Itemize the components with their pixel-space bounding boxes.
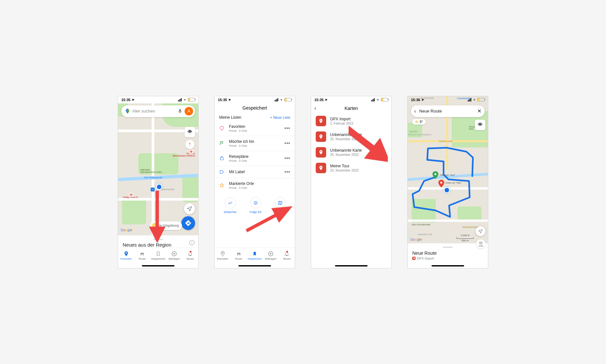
bottom-sheet[interactable]: Neues aus der Region i <box>118 235 198 248</box>
map-view[interactable]: VivantesWenckebach-Klinikum ufaFabrik -I… <box>118 103 198 235</box>
hospital-icon <box>129 192 134 197</box>
ambient-chip[interactable]: te Umgebung <box>150 221 182 230</box>
bookmark-icon <box>252 251 257 257</box>
sun-icon <box>152 223 158 229</box>
poi-label: FitX Fitnessstudio <box>144 176 162 179</box>
location-icon: ➤ <box>228 98 231 101</box>
follow-icon <box>253 200 258 205</box>
home-indicator <box>311 264 391 268</box>
nav-gespeichert[interactable]: Gespeichert <box>247 248 263 264</box>
route-header: ‹ Neue Route ✕ <box>411 105 485 117</box>
search-bar[interactable]: Hier suchen A <box>121 105 195 117</box>
wifi-icon <box>183 98 187 101</box>
list-item-moechte-ich-hin[interactable]: Möchte ich hinPrivat · 0 Orte ••• <box>215 136 295 151</box>
battery-icon <box>188 98 195 101</box>
nav-beitragen[interactable]: Beitragen <box>166 248 182 264</box>
live-button[interactable]: LIVE <box>476 239 485 249</box>
account-avatar[interactable]: A <box>185 107 193 115</box>
nav-neues[interactable]: Neues <box>279 248 295 264</box>
home-indicator <box>408 264 488 268</box>
more-icon[interactable]: ••• <box>284 156 290 161</box>
list-item-favoriten[interactable]: FavoritenPrivat · 0 Orte ••• <box>215 121 295 136</box>
sheet-handle-icon[interactable] <box>443 247 453 248</box>
layers-button[interactable] <box>185 127 195 137</box>
directions-fab[interactable] <box>181 216 195 230</box>
weather-chip[interactable]: ⛅ 6° <box>412 119 426 125</box>
map-pin-icon <box>316 131 326 142</box>
recenter-button[interactable] <box>476 226 485 236</box>
map-item-unbenannte-1[interactable]: Unbenannte Karte25. November 2022 <box>311 129 391 144</box>
route-line <box>408 96 488 243</box>
home-indicator <box>118 264 198 268</box>
quick-zeitachse[interactable]: Zeitachse <box>224 197 236 214</box>
recenter-button[interactable] <box>184 203 195 214</box>
car-icon <box>235 251 242 256</box>
map-view[interactable]: Dudenstraße Columbiahalle NEU-TEMPELHOF … <box>408 96 488 243</box>
map-item-unbenannte-2[interactable]: Unbenannte Karte25. November 2022 <box>311 144 391 160</box>
phone-screen-4: 15:36➤ Dudenstraße Columbiahalle NEU-TEM… <box>407 96 488 268</box>
svg-rect-4 <box>220 157 223 160</box>
quick-karten[interactable]: Karten <box>275 197 286 214</box>
hospital-icon <box>189 149 194 154</box>
list-item-mit-label[interactable]: Mit Label ••• <box>215 166 295 178</box>
nav-route[interactable]: Route <box>134 248 150 264</box>
layers-button[interactable] <box>475 120 485 130</box>
google-logo: Google <box>121 228 132 232</box>
map-item-gpx-import[interactable]: GPX Import2. Februar 2023 <box>311 113 391 129</box>
quick-actions: Zeitachse Folge ich Karten <box>215 193 295 218</box>
car-icon <box>139 251 145 256</box>
nav-route[interactable]: Route <box>231 248 247 264</box>
section-header: Meine Listen + Neue Liste <box>215 114 295 121</box>
close-button[interactable]: ✕ <box>477 108 481 114</box>
location-icon: ➤ <box>325 98 327 101</box>
list-item-markierte-orte[interactable]: Markierte OrtePrivat · 0 Orte <box>215 178 295 193</box>
map-item-meine-tour[interactable]: Meine Tour25. November 2022 <box>311 160 391 176</box>
nav-beitragen[interactable]: Beitragen <box>263 248 279 264</box>
nav-neues[interactable]: Neues <box>182 248 198 264</box>
svg-point-10 <box>480 243 481 243</box>
nav-erkunden[interactable]: Erkunden <box>215 248 231 264</box>
bottom-nav: Erkunden Route Gespeichert Beitragen Neu… <box>215 248 295 264</box>
sheet-handle-icon[interactable] <box>153 239 163 240</box>
status-bar: 15:35➤ <box>118 96 198 103</box>
cellular-icon <box>468 98 471 101</box>
page-title: Karten <box>314 106 388 111</box>
maps-pin-icon <box>125 108 130 114</box>
battery-icon <box>284 98 292 101</box>
timeline-icon <box>228 200 233 205</box>
scale-bar: 2.000 ft 500 m <box>457 234 474 242</box>
back-button[interactable]: ‹ <box>414 108 416 114</box>
flag-icon <box>219 141 224 146</box>
my-location-dot <box>156 184 162 190</box>
quick-folge-ich[interactable]: Folge ich <box>250 197 262 214</box>
card-title: Neue Route <box>412 250 483 256</box>
layers-icon <box>187 129 193 135</box>
list-item-reiseplaene[interactable]: ReiseplänePrivat · 0 Orte ••• <box>215 151 295 166</box>
route-bottom-card[interactable]: Neue Route GPX Import <box>408 243 488 264</box>
phone-screen-2: 15:35➤ Gespeichert Meine Listen + Neue L… <box>214 96 295 268</box>
card-subtitle: GPX Import <box>412 257 483 260</box>
page-title: Gespeichert <box>215 103 295 114</box>
more-icon[interactable]: ••• <box>284 126 290 131</box>
mini-pin-icon <box>412 257 416 260</box>
nav-gespeichert[interactable]: Gespeichert <box>150 248 166 264</box>
new-list-button[interactable]: + Neue Liste <box>270 115 290 119</box>
compass-icon <box>188 142 192 147</box>
location-icon: ➤ <box>421 98 424 101</box>
wifi-icon <box>472 98 477 101</box>
status-time: 15:35 <box>121 98 130 102</box>
info-icon[interactable]: i <box>189 240 194 245</box>
star-icon <box>219 183 224 188</box>
phone-screen-3: 15:35➤ ‹ Karten GPX Import2. Februar 202… <box>311 96 392 268</box>
suitcase-icon <box>219 156 224 161</box>
start-marker-icon <box>432 171 438 179</box>
nav-erkunden[interactable]: Erkunden <box>118 248 134 264</box>
more-icon[interactable]: ••• <box>284 141 290 146</box>
map-icon <box>278 200 283 205</box>
compass-button[interactable] <box>185 140 194 149</box>
mic-icon[interactable] <box>177 109 183 114</box>
end-marker-icon <box>438 180 444 188</box>
navigation-icon <box>478 229 483 234</box>
map-pin-icon <box>316 116 326 126</box>
more-icon[interactable]: ••• <box>284 169 290 174</box>
